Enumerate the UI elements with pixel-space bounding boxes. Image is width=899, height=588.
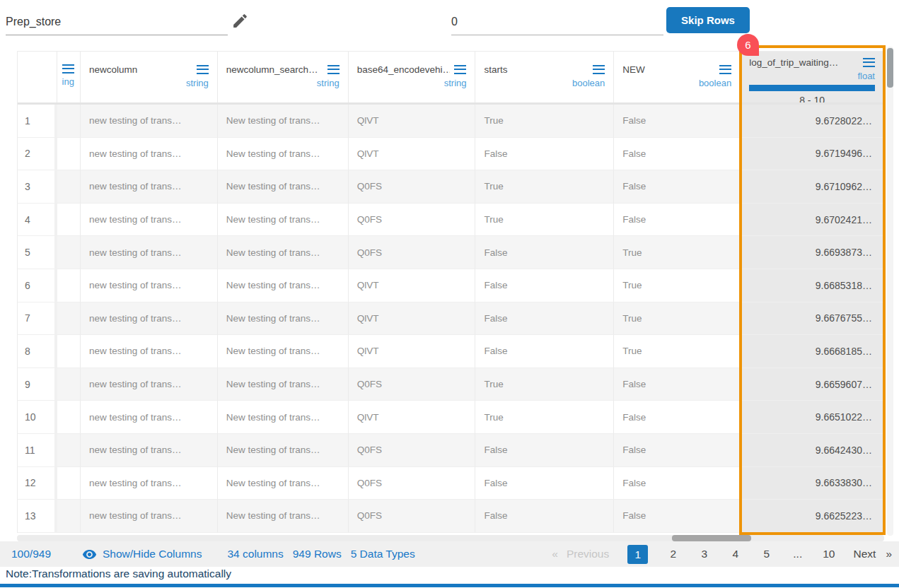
- log-value-cell: 9.6642430…: [741, 434, 884, 467]
- partial-column-cell: [57, 105, 81, 138]
- new-cell: False: [614, 500, 741, 533]
- data-types-count: 5 Data Types: [351, 548, 415, 560]
- newcolumn-search-cell: New testing of trans…: [218, 467, 349, 500]
- vertical-scrollbar[interactable]: [887, 47, 893, 536]
- skip-rows-input[interactable]: 0: [451, 11, 663, 35]
- table-header: ing newcolumn string newcolumn_search… s…: [18, 52, 884, 105]
- partial-column-cell: [57, 170, 81, 204]
- partial-column-cell: [57, 500, 81, 533]
- dataset-name-input[interactable]: Prep_store: [6, 11, 228, 35]
- previous-label: Previous: [567, 548, 609, 560]
- newcolumn-cell: new testing of trans…: [81, 170, 218, 204]
- starts-cell: False: [475, 335, 614, 368]
- column-name: newcolumn: [89, 64, 137, 75]
- column-menu-icon[interactable]: [593, 65, 605, 74]
- newcolumn-search-cell: New testing of trans…: [218, 335, 349, 368]
- base64-cell: QlVT: [349, 401, 476, 434]
- log-value-cell: 9.6702421…: [741, 204, 884, 237]
- skip-rows-button[interactable]: Skip Rows: [666, 7, 750, 33]
- pagination-page-1[interactable]: 1: [627, 545, 648, 564]
- table-row: 6 new testing of trans… New testing of t…: [18, 269, 884, 302]
- vertical-scrollbar-thumb[interactable]: [887, 48, 893, 88]
- base64-cell: Q0FS: [349, 236, 476, 269]
- newcolumn-search-cell: New testing of trans…: [218, 170, 349, 204]
- pagination-page-4[interactable]: 4: [729, 548, 741, 560]
- starts-cell: True: [475, 105, 614, 138]
- base64-cell: Q0FS: [349, 467, 476, 500]
- new-cell: False: [614, 467, 741, 500]
- column-range-bar: [749, 85, 875, 91]
- newcolumn-search-cell: New testing of trans…: [218, 302, 349, 336]
- starts-cell: False: [475, 138, 614, 171]
- column-type-label: boolean: [622, 78, 731, 88]
- pagination-page-2[interactable]: 2: [667, 548, 679, 560]
- pagination-previous[interactable]: « Previous: [552, 548, 609, 560]
- column-menu-icon[interactable]: [327, 65, 340, 74]
- new-cell: True: [614, 302, 741, 336]
- horizontal-scrollbar[interactable]: [17, 535, 884, 541]
- next-label: Next: [854, 548, 876, 560]
- partial-column-cell: [57, 335, 81, 368]
- base64-cell: Q0FS: [349, 170, 476, 204]
- new-cell: False: [614, 368, 741, 401]
- table-row: 10 new testing of trans… New testing of …: [18, 401, 884, 434]
- horizontal-scrollbar-thumb[interactable]: [672, 535, 751, 541]
- column-menu-icon[interactable]: [719, 65, 731, 74]
- log-value-cell: 9.6693873…: [741, 236, 884, 269]
- column-header-newcolumn[interactable]: newcolumn string: [81, 52, 218, 102]
- log-value-cell: 9.6651022…: [741, 401, 884, 434]
- partial-column-cell: [57, 138, 81, 171]
- base64-cell: QlVT: [349, 138, 476, 171]
- pagination-page-5[interactable]: 5: [760, 548, 772, 560]
- starts-cell: True: [475, 401, 614, 434]
- column-menu-icon[interactable]: [62, 64, 74, 74]
- eye-icon: [82, 547, 97, 562]
- next-arrow: »: [886, 548, 892, 560]
- column-header-newcolumn-search[interactable]: newcolumn_search… string: [218, 52, 349, 102]
- base64-cell: Q0FS: [349, 204, 476, 237]
- edit-pencil-icon[interactable]: [231, 12, 249, 30]
- table-row: 12 new testing of trans… New testing of …: [18, 467, 884, 500]
- column-menu-icon[interactable]: [197, 65, 209, 74]
- pagination-page-10[interactable]: 10: [823, 548, 835, 560]
- newcolumn-search-cell: New testing of trans…: [218, 236, 349, 269]
- row-counter: 100/949: [11, 548, 51, 560]
- footer: 100/949 Show/Hide Columns 34 columns 949…: [0, 541, 899, 567]
- column-header-base64-encode[interactable]: base64_encodevehi… string: [349, 52, 476, 102]
- newcolumn-search-cell: New testing of trans…: [218, 138, 349, 171]
- row-number-cell: 12: [18, 467, 57, 500]
- column-menu-icon[interactable]: [863, 58, 875, 67]
- column-header-rownum: [18, 52, 57, 102]
- column-menu-icon[interactable]: [454, 65, 466, 74]
- log-value-cell: 9.6710962…: [741, 170, 884, 204]
- newcolumn-search-cell: New testing of trans…: [218, 434, 349, 467]
- column-header-starts[interactable]: starts boolean: [475, 52, 614, 102]
- column-type-label: float: [749, 71, 875, 81]
- row-number-cell: 4: [18, 204, 57, 237]
- column-header-new[interactable]: NEW boolean: [614, 52, 741, 102]
- partial-column-cell: [57, 302, 81, 336]
- column-type-label: string: [357, 78, 467, 88]
- column-name: log_of_trip_waiting…: [749, 57, 838, 68]
- column-header-log-of-trip-waiting[interactable]: log_of_trip_waiting… float 8 - 10: [741, 52, 884, 102]
- starts-cell: True: [475, 204, 614, 237]
- newcolumn-search-cell: New testing of trans…: [218, 401, 349, 434]
- starts-cell: False: [475, 500, 614, 533]
- show-hide-columns-button[interactable]: Show/Hide Columns: [82, 547, 202, 562]
- newcolumn-cell: new testing of trans…: [81, 302, 218, 336]
- pagination-page-3[interactable]: 3: [698, 548, 710, 560]
- base64-cell: Q0FS: [349, 434, 476, 467]
- table-row: 1 new testing of trans… New testing of t…: [18, 105, 884, 138]
- new-cell: False: [614, 401, 741, 434]
- base64-cell: QlVT: [349, 302, 476, 336]
- row-number-cell: 10: [18, 401, 57, 434]
- newcolumn-search-cell: New testing of trans…: [218, 500, 349, 533]
- pagination-next[interactable]: Next »: [854, 548, 893, 560]
- starts-cell: False: [475, 467, 614, 500]
- row-number-cell: 2: [18, 138, 57, 171]
- autosave-note: Note:Transformations are saving automati…: [6, 568, 231, 580]
- newcolumn-cell: new testing of trans…: [81, 434, 218, 467]
- starts-cell: False: [475, 269, 614, 302]
- row-number-cell: 7: [18, 302, 57, 336]
- column-header-partial[interactable]: ing: [57, 52, 81, 102]
